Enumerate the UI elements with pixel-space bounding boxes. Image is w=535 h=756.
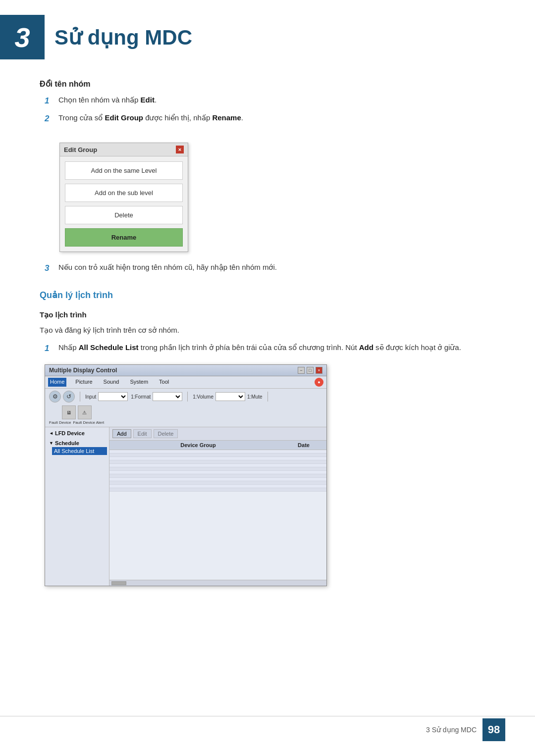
tree-all-schedule[interactable]: All Schedule List [52, 447, 107, 455]
mdc-screenshot: Multiple Display Control − □ × Home Pict… [45, 364, 327, 586]
fault-device-alert-label: Fault Device Alert [73, 420, 104, 425]
tree-lfd-device[interactable]: ◄ LFD Device [47, 429, 107, 437]
tree-lfd-label: LFD Device [55, 430, 85, 436]
table-row [109, 467, 326, 471]
tree-schedule-label: Schedule [55, 440, 79, 446]
table-header-group: Device Group [112, 442, 284, 448]
step-1-text: Chọn tên nhóm và nhấp Edit. [58, 95, 495, 106]
toolbar-divider-2 [187, 392, 188, 402]
add-sub-level-button[interactable]: Add on the sub level [65, 184, 183, 202]
step-3-number: 3 [45, 262, 58, 275]
mdc-close-button[interactable]: × [316, 367, 322, 374]
mdc-delete-button[interactable]: Delete [154, 429, 178, 438]
dialog-body: Add on the same Level Add on the sub lev… [60, 156, 188, 252]
section2-step-1-number: 1 [45, 342, 58, 355]
mdc-window-buttons: − □ × [298, 367, 322, 374]
mdc-action-bar: Add Edit Delete [109, 427, 326, 441]
chapter-header: 3 Sử dụng MDC [0, 0, 535, 69]
menu-tool[interactable]: Tool [157, 378, 171, 387]
toolbar-format-select[interactable] [153, 392, 182, 401]
mdc-toolbar: ⚙ ↺ Input 1:Format 1:Volume 1:Mute [45, 389, 326, 427]
edit-group-dialog: Edit Group × Add on the same Level Add o… [59, 143, 188, 252]
mdc-left-panel: ◄ LFD Device ▼ Schedule All Schedule Lis… [45, 427, 109, 586]
table-row [109, 464, 326, 467]
mdc-minimize-button[interactable]: − [298, 367, 305, 374]
chapter-number-box: 3 [0, 15, 45, 59]
toolbar-divider-1 [80, 392, 80, 402]
fault-device-alert-icon[interactable]: ⚠ [78, 405, 92, 419]
section2-steps: 1 Nhấp All Schedule List trong phần lịch… [45, 342, 495, 355]
step-1-number: 1 [45, 95, 58, 107]
toolbar-format-section: 1:Format [131, 392, 182, 401]
tree-lfd-arrow: ◄ [49, 431, 54, 436]
subsection-heading: Tạo lịch trình [40, 310, 495, 319]
toolbar-divider-3 [268, 392, 268, 402]
mdc-add-button[interactable]: Add [112, 429, 131, 438]
section2-step-1-text: Nhấp All Schedule List trong phần lịch t… [58, 342, 495, 353]
mdc-right-panel: Add Edit Delete Device Group Date [109, 427, 326, 586]
section1-steps: 1 Chọn tên nhóm và nhấp Edit. 2 Trong cử… [45, 95, 495, 125]
mdc-titlebar: Multiple Display Control − □ × [45, 365, 326, 376]
table-row [109, 454, 326, 457]
table-row [109, 485, 326, 488]
section1-step3: 3 Nếu con trỏ xuất hiện trong tên nhóm c… [45, 262, 495, 275]
mdc-edit-button[interactable]: Edit [133, 429, 152, 438]
add-same-level-button[interactable]: Add on the same Level [65, 161, 183, 180]
menu-picture[interactable]: Picture [73, 378, 94, 387]
delete-button[interactable]: Delete [65, 206, 183, 224]
toolbar-icon-1[interactable]: ⚙ [49, 391, 61, 403]
tree-schedule[interactable]: ▼ Schedule [47, 439, 107, 447]
footer-text: 3 Sử dụng MDC [426, 726, 477, 734]
dialog-container: Edit Group × Add on the same Level Add o… [59, 143, 188, 252]
menu-home[interactable]: Home [48, 378, 66, 387]
rename-button[interactable]: Rename [65, 228, 183, 247]
table-row [109, 460, 326, 464]
table-row [109, 474, 326, 478]
section2-step-1: 1 Nhấp All Schedule List trong phần lịch… [45, 342, 495, 355]
dialog-title: Edit Group [64, 146, 97, 153]
main-content: Đổi tên nhóm 1 Chọn tên nhóm và nhấp Edi… [0, 79, 535, 636]
toolbar-volume-select[interactable] [215, 392, 245, 401]
chapter-title: Sử dụng MDC [54, 25, 192, 50]
table-row [109, 478, 326, 481]
table-row [109, 471, 326, 474]
dialog-close-button[interactable]: × [176, 146, 184, 153]
toolbar-input-select[interactable] [98, 392, 128, 401]
table-row [109, 481, 326, 485]
page-footer: 3 Sử dụng MDC 98 [426, 718, 505, 741]
fault-device-label: Fault Device [49, 420, 71, 425]
section1-heading: Đổi tên nhóm [40, 79, 495, 89]
table-row [109, 488, 326, 492]
toolbar-fault-section: 🖥 ⚠ Fault Device Fault Device Alert [49, 405, 104, 425]
tree-schedule-arrow: ▼ [49, 441, 54, 446]
mdc-restore-button[interactable]: □ [307, 367, 314, 374]
table-row [109, 450, 326, 454]
toolbar-input-section: Input [85, 392, 128, 401]
mdc-scrollbar[interactable] [109, 580, 326, 586]
table-header-date: Date [284, 442, 323, 448]
toolbar-format-label: 1:Format [131, 394, 151, 400]
fault-device-icon[interactable]: 🖥 [62, 405, 76, 419]
toolbar-input-label: Input [85, 394, 96, 400]
toolbar-volume-label: 1:Volume [193, 394, 214, 400]
dialog-titlebar: Edit Group × [60, 143, 188, 156]
step-1: 1 Chọn tên nhóm và nhấp Edit. [45, 95, 495, 107]
notification-icon: ● [315, 378, 323, 387]
section2-heading: Quản lý lịch trình [40, 290, 495, 301]
mdc-table-rows [109, 450, 326, 580]
tree-all-schedule-label: All Schedule List [54, 448, 94, 454]
step-2-text: Trong cửa sổ Edit Group được hiển thị, n… [58, 112, 495, 124]
bottom-rule [0, 716, 535, 716]
menu-system[interactable]: System [128, 378, 150, 387]
table-row [109, 457, 326, 460]
page-number-badge: 98 [482, 718, 505, 741]
toolbar-icon-2[interactable]: ↺ [63, 391, 75, 403]
step-2-number: 2 [45, 112, 58, 125]
mdc-table-header: Device Group Date [109, 441, 326, 450]
step-3-text: Nếu con trỏ xuất hiện trong tên nhóm cũ,… [58, 262, 495, 273]
section2-para: Tạo và đăng ký lịch trình trên cơ sở nhó… [40, 324, 495, 336]
menu-sound[interactable]: Sound [102, 378, 121, 387]
toolbar-mute-label: 1:Mute [247, 394, 263, 400]
toolbar-icons: ⚙ ↺ [49, 391, 75, 403]
mdc-body: ◄ LFD Device ▼ Schedule All Schedule Lis… [45, 427, 326, 586]
